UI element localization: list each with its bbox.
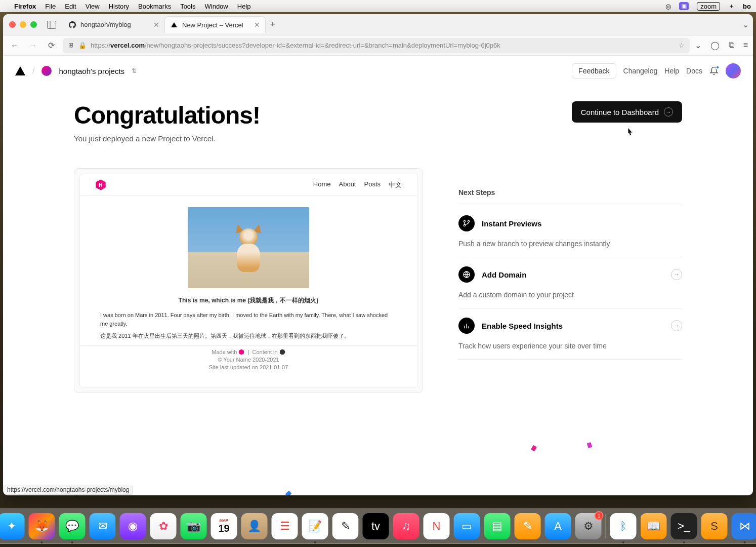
project-scope[interactable]: hongtaoh's projects: [59, 67, 124, 75]
hugo-logo-icon: H: [95, 179, 106, 190]
dock-news[interactable]: N: [424, 513, 450, 539]
zoom-menubar[interactable]: zoom: [697, 2, 720, 11]
window-zoom[interactable]: [30, 21, 37, 28]
menu-file[interactable]: File: [45, 3, 56, 10]
preview-copyright: © Your Name 2020-2021: [80, 357, 417, 363]
dock-tv[interactable]: tv: [363, 513, 389, 539]
dock-safari[interactable]: ✦: [0, 513, 25, 539]
menu-window[interactable]: Window: [205, 3, 228, 10]
preview-nav-posts: Posts: [364, 180, 381, 189]
branch-icon: [458, 215, 475, 231]
add-icon[interactable]: ＋: [728, 2, 735, 11]
dock-keynote[interactable]: ▭: [454, 513, 480, 539]
close-tab-icon[interactable]: ✕: [153, 21, 159, 29]
hamburger-menu-icon[interactable]: ≡: [743, 41, 748, 50]
continue-dashboard-button[interactable]: Continue to Dashboard →: [572, 101, 682, 123]
dock-music[interactable]: ♫: [393, 513, 419, 539]
arrow-right-circle-icon: →: [671, 269, 682, 280]
dock-podcasts[interactable]: ◉: [120, 513, 146, 539]
step-title: Instant Previews: [482, 219, 682, 228]
dock-books[interactable]: 📖: [641, 513, 667, 539]
bookmark-star-icon[interactable]: ☆: [679, 42, 685, 49]
reload-button[interactable]: ⟳: [45, 39, 58, 52]
preview-caption: This is me, which is me (我就是我，不一样的烟火): [100, 296, 397, 305]
step-desc: Push a new branch to preview changes ins…: [458, 240, 682, 248]
nav-docs[interactable]: Docs: [686, 67, 702, 75]
close-tab-icon[interactable]: ✕: [254, 21, 260, 29]
address-bar[interactable]: ⛨ 🔒 https://vercel.com/new/hongtaohs-pro…: [63, 38, 690, 53]
page-title: Congratulations!: [74, 101, 260, 129]
preview-nav-home: Home: [313, 180, 331, 189]
github-icon-small: [279, 349, 285, 355]
menubar-extra-icon[interactable]: bo: [743, 3, 751, 10]
dock-firefox[interactable]: 🦊: [29, 513, 55, 539]
dock-facetime[interactable]: 📷: [181, 513, 207, 539]
step-add-domain[interactable]: Add Domain → Add a custom domain to your…: [458, 257, 682, 308]
menu-edit[interactable]: Edit: [65, 3, 76, 10]
window-close[interactable]: [9, 21, 16, 28]
nav-changelog[interactable]: Changelog: [623, 67, 658, 75]
app-name[interactable]: Firefox: [14, 3, 36, 10]
dock-numbers[interactable]: ▤: [484, 513, 511, 539]
vercel-icon: [170, 21, 178, 29]
menu-bookmarks[interactable]: Bookmarks: [138, 3, 171, 10]
menu-history[interactable]: History: [109, 3, 129, 10]
step-speed-insights[interactable]: Enable Speed Insights → Track how users …: [458, 308, 682, 360]
tab-overflow-icon[interactable]: ⌄: [738, 20, 753, 29]
tracking-shield-icon[interactable]: ⛨: [68, 42, 74, 49]
dock-settings[interactable]: ⚙1: [575, 513, 602, 539]
dock-calendar[interactable]: MAR19: [211, 513, 237, 539]
feedback-button[interactable]: Feedback: [572, 63, 616, 79]
new-tab-button[interactable]: +: [266, 18, 280, 32]
scope-switcher-icon[interactable]: ⇅: [132, 67, 137, 74]
screen-share-icon[interactable]: ▣: [679, 2, 689, 10]
svg-text:H: H: [99, 182, 102, 188]
tab-label: hongtaoh/myblog: [80, 21, 131, 28]
dock-appstore[interactable]: A: [545, 513, 571, 539]
extensions-icon[interactable]: ⧉: [729, 41, 734, 50]
dock-terminal[interactable]: >_: [671, 513, 697, 539]
tab-label: New Project – Vercel: [182, 21, 243, 29]
preview-paragraph-en: I was born on Mars in 2011. Four days af…: [100, 311, 397, 328]
window-minimize[interactable]: [20, 21, 26, 28]
tab-github[interactable]: hongtaoh/myblog ✕: [63, 16, 164, 33]
breadcrumb-separator: /: [32, 66, 34, 75]
dock-mail[interactable]: ✉︎: [90, 513, 116, 539]
user-avatar[interactable]: [726, 63, 741, 79]
deployment-preview-card[interactable]: H Home About Posts 中文: [74, 168, 423, 393]
confetti: [587, 442, 593, 448]
hugo-icon-small: [238, 349, 244, 355]
svg-point-5: [280, 349, 285, 355]
dock-freeform[interactable]: ✎: [332, 513, 359, 539]
tab-vercel[interactable]: New Project – Vercel ✕: [164, 16, 266, 33]
dock-bluetooth[interactable]: ᛒ: [610, 513, 637, 539]
dock-sublime[interactable]: S: [701, 513, 728, 539]
confetti: [531, 445, 537, 452]
svg-rect-0: [48, 21, 56, 28]
dock-notes[interactable]: 📝: [302, 513, 328, 539]
menu-tools[interactable]: Tools: [180, 3, 195, 10]
menu-view[interactable]: View: [86, 3, 100, 10]
preview-paragraph-zh: 这是我 2011 年在火星出生后第三天的照片。第四天，我被运往地球，在那里看到的…: [100, 332, 397, 340]
account-icon[interactable]: ◯: [710, 41, 720, 50]
pocket-icon[interactable]: ⌄: [695, 41, 701, 50]
sidebar-toggle-icon[interactable]: [44, 17, 59, 32]
dock-pages[interactable]: ✎: [515, 513, 541, 539]
preview-nav-zh: 中文: [389, 180, 402, 189]
team-avatar-icon[interactable]: [41, 66, 52, 76]
dock-photos[interactable]: ✿: [150, 513, 177, 539]
back-button[interactable]: ←: [8, 39, 21, 52]
lock-icon[interactable]: 🔒: [78, 42, 87, 49]
preview-site-header: H Home About Posts 中文: [80, 174, 417, 196]
dock-reminders[interactable]: ☰: [272, 513, 298, 539]
nav-help[interactable]: Help: [664, 67, 679, 75]
vercel-logo-icon[interactable]: [15, 66, 25, 75]
preview-hero-image: [188, 207, 309, 288]
dock-vscode[interactable]: ⋈: [732, 513, 757, 539]
dock-messages[interactable]: 💬: [59, 513, 86, 539]
notifications-icon[interactable]: [709, 66, 719, 75]
location-services-icon[interactable]: ◎: [665, 3, 671, 10]
cta-label: Continue to Dashboard: [581, 108, 659, 116]
dock-contacts[interactable]: 👤: [241, 513, 268, 539]
menu-help[interactable]: Help: [237, 3, 251, 10]
